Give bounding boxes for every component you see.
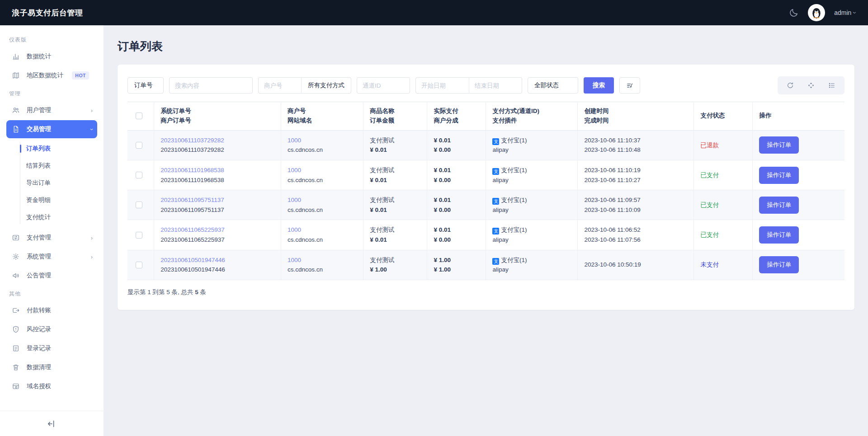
filter-icon-button[interactable] <box>619 77 640 94</box>
site-domain: cs.cdncos.cn <box>288 175 357 185</box>
pagination-summary: 显示第 1 到第 5 条, 总共 5 条 <box>127 288 844 296</box>
nav-section-label: 管理 <box>6 85 97 101</box>
created-time: 2023-10-06 10:50:19 <box>584 260 687 270</box>
column-header: 商品名称订单金额 <box>363 102 427 131</box>
status-select[interactable]: 全部状态 <box>528 77 578 94</box>
status-badge: 已支付 <box>700 231 719 238</box>
system-order-link[interactable]: 2023100611065225937 <box>160 225 274 235</box>
main-content: 订单列表 订单号 所有支付方式 全部状态 搜索 <box>104 25 868 436</box>
row-checkbox[interactable] <box>136 202 142 208</box>
system-order-link[interactable]: 2023100611101968538 <box>160 165 274 175</box>
sidebar-subitem[interactable]: 资金明细 <box>26 192 97 209</box>
top-header-bar: 浪子易支付后台管理 admin › <box>0 0 868 25</box>
app-title: 浪子易支付后台管理 <box>12 8 83 18</box>
end-date-input[interactable] <box>469 77 522 94</box>
columns-icon[interactable] <box>823 78 841 93</box>
operate-order-button[interactable]: 操作订单 <box>759 136 799 154</box>
pay-method: 支支付宝(1) <box>492 255 571 265</box>
product-name: 支付测试 <box>370 195 420 205</box>
column-header: 商户号网站域名 <box>281 102 363 131</box>
order-amount: ¥ 0.01 <box>370 205 420 215</box>
merchant-id-link[interactable]: 1000 <box>288 165 357 175</box>
refresh-icon[interactable] <box>781 78 799 93</box>
users-icon <box>12 106 21 115</box>
sidebar-item-transfer[interactable]: 支付管理› <box>6 229 97 247</box>
fullscreen-icon[interactable] <box>802 78 820 93</box>
row-checkbox[interactable] <box>136 142 142 149</box>
shield-icon <box>12 325 21 334</box>
file-icon <box>12 125 21 134</box>
merchant-share: ¥ 0.00 <box>434 205 479 215</box>
sidebar-item-shield[interactable]: 风控记录 <box>6 320 97 338</box>
sidebar-item-label: 数据统计 <box>27 52 93 61</box>
merchant-id-link[interactable]: 1000 <box>288 136 357 145</box>
sidebar-subitem[interactable]: 结算列表 <box>26 157 97 174</box>
column-header: 创建时间完成时间 <box>578 102 694 131</box>
sidebar-footer <box>0 411 104 436</box>
merchant-id-link[interactable]: 1000 <box>288 225 357 235</box>
alipay-icon: 支 <box>492 168 499 175</box>
sidebar-subitem[interactable]: 支付统计 <box>26 209 97 226</box>
operate-order-button[interactable]: 操作订单 <box>759 197 799 214</box>
sidebar-item-label: 交易管理 <box>27 125 91 133</box>
sidebar-item-chart[interactable]: 数据统计 <box>6 47 97 66</box>
sidebar-item-users[interactable]: 用户管理› <box>6 101 97 119</box>
filter-bar: 订单号 所有支付方式 全部状态 搜索 <box>127 76 844 94</box>
merchant-order-no: 2023100611103729282 <box>160 145 274 155</box>
row-checkbox[interactable] <box>136 232 142 239</box>
sidebar-subitem[interactable]: 订单列表 <box>26 140 97 157</box>
sidebar-subitem[interactable]: 导出订单 <box>26 174 97 192</box>
page-title: 订单列表 <box>118 39 854 54</box>
sidebar-item-label: 付款转账 <box>27 306 93 314</box>
product-name: 支付测试 <box>370 136 420 145</box>
pay-method: 支支付宝(1) <box>492 225 571 235</box>
merchant-share: ¥ 0.00 <box>434 235 479 245</box>
order-amount: ¥ 0.01 <box>370 235 420 245</box>
sidebar-item-speaker[interactable]: 公告管理 <box>6 267 97 285</box>
sidebar-item-trash[interactable]: 数据清理 <box>6 358 97 376</box>
table-body: 2023100611103729282202310061110372928210… <box>127 130 844 280</box>
user-menu[interactable]: admin › <box>834 9 856 16</box>
order-type-select[interactable]: 订单号 <box>127 77 164 94</box>
dark-mode-icon[interactable] <box>789 8 799 18</box>
chevron-right-icon: › <box>91 254 93 260</box>
row-checkbox[interactable] <box>136 172 142 178</box>
merchant-id-input[interactable] <box>258 77 301 94</box>
sidebar-item-file[interactable]: 交易管理› <box>6 120 97 138</box>
avatar[interactable] <box>808 4 825 21</box>
system-order-link[interactable]: 2023100611095751137 <box>160 195 274 205</box>
select-all-checkbox[interactable] <box>136 113 142 119</box>
chevron-down-icon: › <box>852 12 859 14</box>
username: admin <box>834 9 851 16</box>
channel-id-input[interactable] <box>357 77 410 94</box>
start-date-input[interactable] <box>415 77 469 94</box>
system-order-link[interactable]: 2023100610501947446 <box>160 255 274 265</box>
nav-section-label: 其他 <box>6 286 97 301</box>
order-amount: ¥ 1.00 <box>370 265 420 275</box>
sidebar-item-doc[interactable]: 登录记录 <box>6 339 97 357</box>
operate-order-button[interactable]: 操作订单 <box>759 167 799 184</box>
table-row: 2023100611095751137202310061109575113710… <box>127 190 844 220</box>
system-order-link[interactable]: 2023100611103729282 <box>160 136 274 145</box>
table-row: 2023100611101968538202310061110196853810… <box>127 160 844 190</box>
paid-amount: ¥ 0.01 <box>434 225 479 235</box>
collapse-sidebar-icon[interactable] <box>47 419 57 429</box>
operate-order-button[interactable]: 操作订单 <box>759 226 799 244</box>
operate-order-button[interactable]: 操作订单 <box>759 256 799 273</box>
row-checkbox[interactable] <box>136 262 142 268</box>
merchant-id-link[interactable]: 1000 <box>288 195 357 205</box>
alipay-icon: 支 <box>492 258 499 265</box>
merchant-id-link[interactable]: 1000 <box>288 255 357 265</box>
nav-section-label: 仪表版 <box>6 32 97 47</box>
sidebar-item-map[interactable]: 地区数据统计HOT <box>6 66 97 84</box>
sidebar-item-gear[interactable]: 系统管理› <box>6 248 97 266</box>
status-badge: 已支付 <box>700 172 719 178</box>
search-input[interactable] <box>169 77 253 94</box>
sidebar-item-send[interactable]: 付款转账 <box>6 301 97 319</box>
merchant-order-no: 2023100611065225937 <box>160 235 274 245</box>
search-button[interactable]: 搜索 <box>584 77 614 94</box>
pay-method-select[interactable]: 所有支付方式 <box>301 77 351 94</box>
merchant-share: ¥ 1.00 <box>434 265 479 275</box>
site-domain: cs.cdncos.cn <box>288 235 357 245</box>
sidebar-item-browser[interactable]: 域名授权 <box>6 377 97 395</box>
